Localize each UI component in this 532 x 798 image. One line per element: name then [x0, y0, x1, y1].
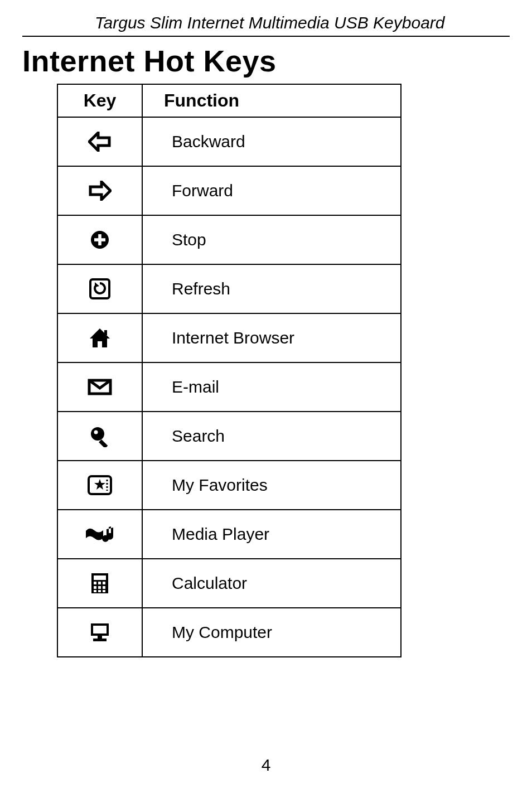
- key-cell: [57, 264, 142, 313]
- svg-rect-13: [94, 582, 96, 584]
- computer-icon: [89, 622, 111, 643]
- table-row: My Computer: [57, 608, 401, 657]
- table-row: E-mail: [57, 362, 401, 412]
- svg-rect-20: [98, 590, 101, 592]
- table-row: Calculator: [57, 559, 401, 608]
- key-cell: [57, 461, 142, 510]
- hotkeys-table-wrap: Key Function Backward: [22, 84, 510, 657]
- product-title: Targus Slim Internet Multimedia USB Keyb…: [95, 13, 487, 32]
- function-cell: Media Player: [142, 510, 401, 559]
- forward-arrow-icon: [88, 181, 112, 201]
- table-row: Refresh: [57, 264, 401, 313]
- key-cell: [57, 215, 142, 264]
- media-player-icon: [84, 524, 115, 545]
- key-cell: [57, 412, 142, 461]
- stop-icon: [90, 230, 110, 250]
- calculator-icon: [90, 572, 109, 594]
- page-number: 4: [0, 756, 532, 775]
- table-row: Backward: [57, 117, 401, 166]
- function-cell: My Computer: [142, 608, 401, 657]
- home-icon: [89, 327, 111, 349]
- table-header-function: Function: [142, 84, 401, 117]
- svg-rect-14: [98, 582, 101, 584]
- favorites-icon: [87, 475, 113, 496]
- key-cell: [57, 313, 142, 362]
- refresh-icon: [89, 278, 111, 300]
- table-row: Search: [57, 412, 401, 461]
- svg-rect-19: [94, 590, 96, 592]
- mail-icon: [88, 379, 112, 395]
- key-cell: [57, 559, 142, 608]
- table-header-key: Key: [57, 84, 142, 117]
- svg-rect-8: [99, 439, 108, 447]
- back-arrow-icon: [88, 132, 112, 152]
- function-cell: Stop: [142, 215, 401, 264]
- function-cell: Internet Browser: [142, 313, 401, 362]
- svg-rect-2: [94, 238, 105, 241]
- page-header: Targus Slim Internet Multimedia USB Keyb…: [22, 0, 510, 32]
- table-row: My Favorites: [57, 461, 401, 510]
- key-cell: [57, 166, 142, 215]
- function-cell: E-mail: [142, 362, 401, 412]
- svg-point-7: [94, 431, 98, 434]
- svg-rect-18: [103, 586, 105, 589]
- svg-rect-15: [103, 582, 105, 584]
- function-cell: My Favorites: [142, 461, 401, 510]
- page: Targus Slim Internet Multimedia USB Keyb…: [0, 0, 532, 798]
- svg-rect-21: [103, 590, 105, 592]
- svg-point-6: [91, 427, 104, 441]
- key-cell: [57, 608, 142, 657]
- table-row: Stop: [57, 215, 401, 264]
- table-row: Forward: [57, 166, 401, 215]
- function-cell: Backward: [142, 117, 401, 166]
- svg-rect-16: [94, 586, 96, 589]
- svg-rect-4: [104, 330, 107, 335]
- svg-rect-12: [94, 575, 106, 580]
- svg-rect-24: [98, 636, 102, 639]
- table-row: Internet Browser: [57, 313, 401, 362]
- function-cell: Refresh: [142, 264, 401, 313]
- function-cell: Search: [142, 412, 401, 461]
- key-cell: [57, 510, 142, 559]
- svg-rect-23: [93, 626, 107, 633]
- function-cell: Forward: [142, 166, 401, 215]
- table-row: Media Player: [57, 510, 401, 559]
- section-title: Internet Hot Keys: [22, 43, 510, 78]
- key-cell: [57, 117, 142, 166]
- svg-rect-25: [93, 639, 107, 641]
- function-cell: Calculator: [142, 559, 401, 608]
- search-icon: [89, 425, 111, 447]
- hotkeys-table: Key Function Backward: [57, 84, 402, 657]
- header-divider: [22, 36, 510, 37]
- svg-rect-17: [98, 586, 101, 589]
- key-cell: [57, 362, 142, 412]
- table-header-row: Key Function: [57, 84, 401, 117]
